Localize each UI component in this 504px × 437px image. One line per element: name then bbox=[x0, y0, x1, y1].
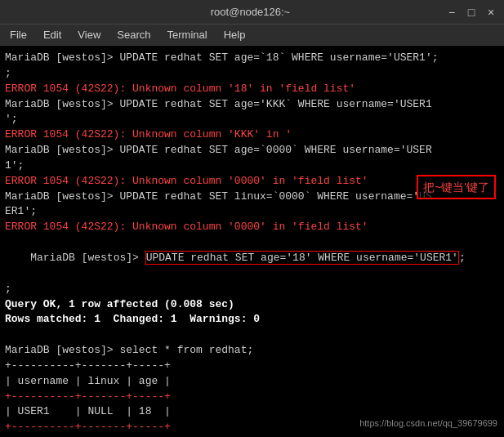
menu-search[interactable]: Search bbox=[110, 27, 157, 42]
terminal-line: Rows matched: 1 Changed: 1 Warnings: 0 bbox=[5, 312, 499, 328]
minimize-button[interactable]: − bbox=[445, 6, 458, 19]
terminal-line: ERROR 1054 (42S22): Unknown column '0000… bbox=[5, 220, 499, 235]
terminal-line: ERROR 1054 (42S22): Unknown column 'KKK'… bbox=[5, 127, 499, 143]
menubar: File Edit View Search Terminal Help bbox=[0, 25, 504, 46]
menu-terminal[interactable]: Terminal bbox=[161, 27, 214, 42]
terminal-line: MariaDB [westos]> UPDATE redhat SET age=… bbox=[5, 143, 499, 158]
menu-help[interactable]: Help bbox=[217, 27, 252, 42]
terminal-line: MariaDB [westos]> select * from redhat; bbox=[5, 343, 499, 359]
terminal-line: 1'; bbox=[5, 158, 499, 174]
window-title: root@node126:~ bbox=[56, 6, 445, 18]
terminal-table-border: +----------+-------+-----+ bbox=[5, 359, 499, 374]
terminal-line: Query OK, 1 row affected (0.008 sec) bbox=[5, 297, 499, 313]
titlebar: root@node126:~ − □ × bbox=[0, 0, 504, 25]
terminal-table-separator: +----------+-------+-----+ bbox=[5, 390, 499, 405]
terminal-table-header: | username | linux | age | bbox=[5, 374, 499, 390]
close-button[interactable]: × bbox=[484, 6, 497, 19]
terminal-line-highlighted: MariaDB [westos]> UPDATE redhat SET age=… bbox=[5, 235, 499, 282]
terminal: 把~键当'键了 MariaDB [westos]> UPDATE redhat … bbox=[0, 46, 504, 437]
terminal-line: ; bbox=[5, 282, 499, 297]
menu-edit[interactable]: Edit bbox=[37, 27, 68, 42]
menu-file[interactable]: File bbox=[3, 27, 33, 42]
terminal-line bbox=[5, 328, 499, 343]
terminal-line: '; bbox=[5, 112, 499, 127]
terminal-line: ; bbox=[5, 66, 499, 82]
annotation-box: 把~键当'键了 bbox=[417, 175, 496, 199]
terminal-line: ER1'; bbox=[5, 204, 499, 220]
maximize-button[interactable]: □ bbox=[465, 6, 478, 19]
terminal-line: MariaDB [westos]> UPDATE redhat SET age=… bbox=[5, 51, 499, 66]
watermark: https://blog.csdn.net/qq_39679699 bbox=[359, 417, 497, 430]
window-controls: − □ × bbox=[445, 6, 497, 19]
terminal-line: MariaDB [westos]> UPDATE redhat SET age=… bbox=[5, 97, 499, 113]
menu-view[interactable]: View bbox=[71, 27, 107, 42]
terminal-line: ERROR 1054 (42S22): Unknown column '18' … bbox=[5, 82, 499, 97]
